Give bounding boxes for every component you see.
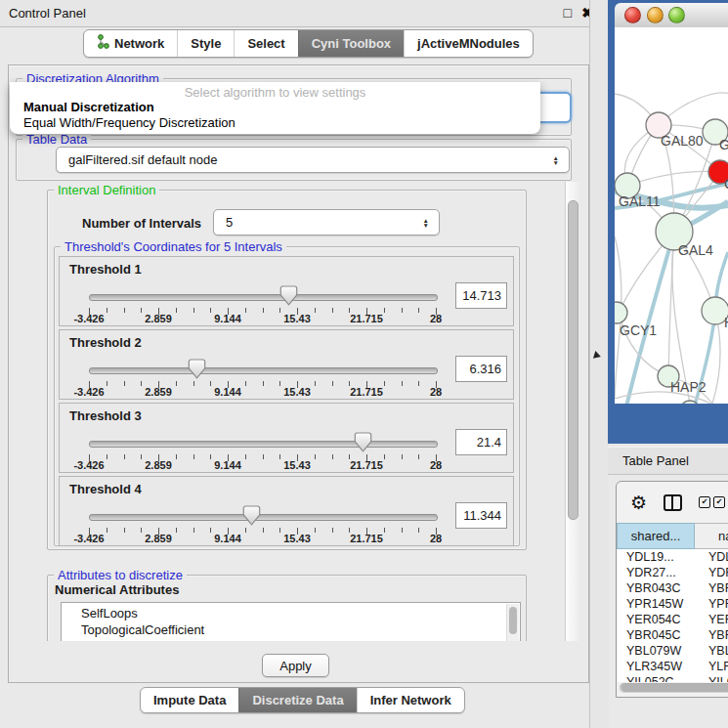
panel-scrollbar-thumb[interactable] [568,200,578,520]
table-row[interactable]: YPR145WYPR1 [618,596,728,612]
cell-shared-name: YDL19... [618,550,702,564]
thresholds-group-title: Threshold's Coordinates for 5 Intervals [61,239,286,254]
slider-track[interactable] [89,294,438,301]
dropdown-item[interactable]: Equal Width/Frequency Discretization [10,115,540,131]
slider-tick [124,454,125,459]
network-edge[interactable] [627,172,720,186]
tab-style[interactable]: Style [177,30,234,57]
slider-tick-label: 28 [430,533,442,544]
column-header-shared[interactable]: shared... [617,523,695,549]
table-horizontal-scrollbar[interactable] [620,683,728,693]
network-canvas[interactable]: GAL80GACGAL11GAL4GCY1HHAP2 [615,27,728,404]
tab-impute-data[interactable]: Impute Data [141,688,238,712]
attribute-list-item[interactable]: SelfLoops [62,605,520,621]
number-of-intervals-spinner[interactable]: 5 ▲▼ [213,209,440,236]
slider-tick [315,528,316,533]
table-row[interactable]: YBR043CYBR0 [618,580,728,596]
slider-tick-label: 9.144 [214,533,241,544]
cell-shared-name: YER054C [618,613,702,626]
network-window-titlebar[interactable] [615,3,728,28]
tab-cyni-toolbox[interactable]: Cyni Toolbox [298,30,404,57]
apply-button[interactable]: Apply [262,654,329,677]
slider-tick [210,528,211,533]
tab-jactivemnodules[interactable]: jActiveMNodules [404,30,533,57]
slider-knob[interactable] [188,359,206,382]
slider-knob[interactable] [279,285,298,309]
slider-track[interactable] [89,514,438,521]
slider-tick [107,528,107,533]
slider-tick [107,454,107,459]
column-header-name[interactable]: na [695,523,728,549]
list-scrollbar-thumb[interactable] [509,607,517,634]
table-row[interactable]: YDL19...YDL1 [618,549,728,565]
table-horizontal-scrollbar-thumb[interactable] [621,684,728,692]
threshold-value-field[interactable]: 6.316 [455,356,507,382]
slider-tick [245,381,246,386]
slider-tick [107,308,107,313]
threshold-value-field[interactable]: 11.344 [455,502,507,529]
tab-discretize-data[interactable]: Discretize Data [238,688,356,712]
tab-select[interactable]: Select [234,30,297,57]
table-data-value: galFiltered.sif default node [57,152,569,167]
close-traffic-light-icon[interactable] [624,7,641,23]
slider-tick [141,454,142,459]
table-row[interactable]: YDR27...YDR2 [618,565,728,580]
network-icon [97,34,109,53]
slider-knob[interactable] [354,432,372,455]
tab-impute-data-label: Impute Data [153,693,226,707]
split-pane-icon[interactable] [664,494,682,511]
cell-name: YLR3 [702,660,728,673]
list-scrollbar[interactable] [506,604,519,641]
checkbox-icon[interactable]: ✔ [713,496,725,508]
control-panel-tabs: Network Style Select Cyni Toolbox jActiv… [83,29,534,58]
tab-select-label: Select [247,36,284,51]
network-view-window: GAL80GACGAL11GAL4GCY1HHAP2 [608,0,728,444]
threshold-value-field[interactable]: 21.4 [455,429,507,455]
dropdown-item[interactable]: Manual Discretization [10,100,540,115]
table-row[interactable]: YLR345WYLR3 [618,659,728,674]
slider-tick-label: 9.144 [214,313,241,324]
slider-tick [315,308,316,313]
cell-shared-name: YDR27... [618,566,702,579]
slider-tick [332,454,333,459]
slider-tick [245,454,246,459]
cell-shared-name: YLR345W [618,660,702,673]
network-node[interactable] [615,302,627,323]
panel-scrollbar[interactable] [565,182,579,641]
slider-tick [141,381,142,386]
checkbox-icon[interactable]: ✔ [699,496,710,508]
cell-name: YBR0 [702,628,728,642]
numerical-attributes-label: Numerical Attributes [55,582,179,597]
threshold-row: Threshold 1-3.4262.8599.14415.4321.71528… [59,256,514,326]
threshold-value-field[interactable]: 14.713 [455,282,507,309]
table-body: YDL19...YDL1YDR27...YDR2YBR043CYBR0YPR14… [618,549,728,682]
float-window-icon[interactable]: □ [564,5,572,21]
slider-track[interactable] [89,441,438,448]
table-row[interactable]: YBL079WYBL0 [618,643,728,659]
panel-divider[interactable] [589,0,609,728]
threshold-label: Threshold 1 [69,262,142,277]
spinner-arrows-icon: ▲▼ [423,218,429,228]
table-row[interactable]: YBR045CYBR0 [618,627,728,643]
numerical-attributes-list[interactable]: SelfLoopsTopologicalCoefficientBetweenne… [61,602,521,641]
slider-tick [193,308,194,313]
table-row[interactable]: YIL052CYIL0 [618,674,728,682]
tab-cyni-toolbox-label: Cyni Toolbox [312,36,391,51]
tab-network[interactable]: Network [84,30,177,57]
network-node-label: HAP2 [670,379,707,395]
tab-infer-network[interactable]: Infer Network [357,688,464,712]
slider-tick-label: 15.43 [283,313,311,324]
slider-tick [263,528,264,533]
table-data-combobox[interactable]: galFiltered.sif default node ▲▼ [56,147,570,173]
slider-tick [279,454,280,459]
slider-tick [141,528,142,533]
slider-tick [418,308,419,313]
attribute-list-item[interactable]: TopologicalCoefficient [62,621,520,638]
attribute-list-item[interactable]: BetweennessCentrality [62,638,520,641]
gear-icon[interactable]: ⚙ [630,493,647,512]
slider-knob[interactable] [242,505,261,529]
minimize-traffic-light-icon[interactable] [647,7,664,23]
slider-track[interactable] [89,367,438,374]
table-row[interactable]: YER054CYER0 [618,612,728,627]
zoom-traffic-light-icon[interactable] [668,7,685,23]
